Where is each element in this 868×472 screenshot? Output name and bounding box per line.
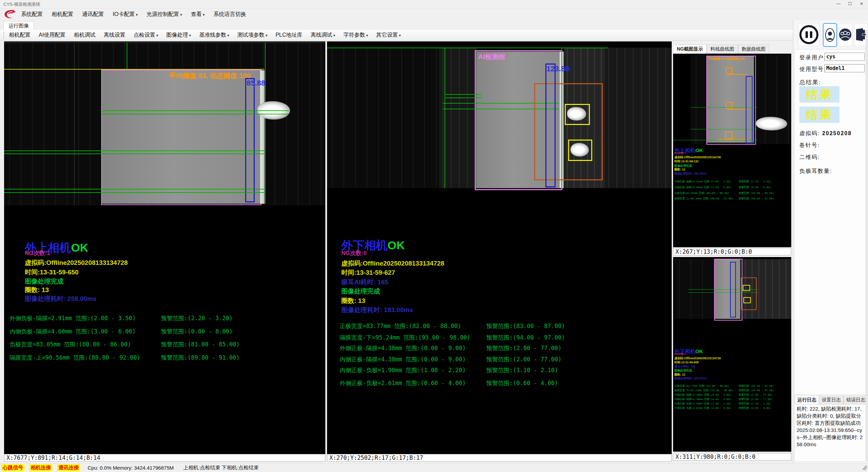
log-panel: 运行日志 设置日志 错误日志 耗时: 222, 缺陷检测耗时: 17, 缺陷分类… — [794, 395, 867, 462]
ai-region-box — [101, 70, 261, 205]
capture-time: 时间:13-31-59-627 — [341, 268, 395, 277]
measurement-row: 内侧正极-隔膜=4.38mm 范围:(0.00 - 9.00) — [340, 356, 466, 363]
image-dark-left — [327, 48, 442, 188]
title-bar: CYS-视觉检测系统 — ☐ ✕ — [0, 0, 868, 8]
tab-ng-screenshot[interactable]: NG截图显示 — [673, 44, 707, 54]
measurement-warn: 预警范围:(89.00 - 91.00) — [161, 354, 240, 362]
defect-yellow-box — [565, 104, 590, 125]
tool-ai-use-config[interactable]: AI使用配置 — [39, 32, 66, 39]
menu-language-switch[interactable]: 系统语言切换 — [214, 11, 246, 18]
tab-error-log[interactable]: 错误日志 — [844, 396, 868, 404]
close-button[interactable]: ✕ — [856, 0, 867, 7]
capture-time: 时间:13-31-59-650 — [25, 268, 78, 277]
qr-code-label: 二维码: — [799, 154, 820, 161]
virtual-code-label: 虚拟码: 20250208 — [799, 130, 852, 137]
menu-bar: 系统配置 相机配置 通讯配置 IO卡配置 光源控制配置 查看 系统语言切换 — [0, 8, 868, 20]
tool-offline-setting[interactable]: 离线设置 — [104, 32, 125, 39]
roi-orange-box — [534, 83, 603, 180]
result-info-panel: 登录用户: 使用型号: 总结果: 结果 结果 虚拟码: 20250208 卷针号… — [794, 49, 867, 415]
measurement-row: 内侧负极-隔膜=4.60mm 范围:(3.00 - 6.00) — [10, 328, 135, 335]
lower-coordinate-bar: X:270;Y:2502;R:17;G:17;B:17 — [327, 454, 672, 461]
result-badge-lower: 结果 — [799, 107, 839, 123]
toolbar: 相机配置 AI使用配置 相机调试 离线设置 点检设置 图像处理 基准线参数 测试… — [0, 30, 868, 41]
process-done: 图像处理完成 — [25, 277, 64, 286]
heartbeat-badge: 心跳信号 — [1, 464, 24, 471]
tool-spot-check-setting[interactable]: 点检设置 — [133, 32, 158, 39]
model-input[interactable] — [825, 64, 865, 72]
left-camera-viewport[interactable]: 平均阈值:93, 动态阈值:100 85.88 外上相机OK NG次数:1 虚拟… — [4, 41, 325, 454]
thumb2-coordinate-bar: X:311;Y:980;R:0;G:0;B:0 — [673, 453, 791, 460]
pause-button[interactable] — [798, 23, 820, 46]
tool-char-params[interactable]: 字符参数 — [343, 32, 368, 39]
tool-baseline-params[interactable]: 基准线参数 — [199, 32, 229, 39]
menu-view[interactable]: 查看 — [191, 11, 205, 18]
maximize-button[interactable]: ☐ — [844, 0, 856, 7]
texture-line — [74, 42, 75, 205]
log-text: 耗时: 222, 缺陷检测耗时: 17, 缺陷分类耗时: 0, 缺陷提取分区耗时… — [797, 405, 865, 448]
ng-count: NG次数:1 — [25, 249, 50, 257]
threshold-overlay-text: 平均阈值:93, 动态阈值:100 — [169, 71, 251, 80]
left-coordinate-bar: X:7677;Y:891;R:14;G:14;B:14 — [4, 454, 325, 461]
measurement-warn: 预警范围:(83.00 - 87.00) — [486, 322, 565, 330]
measurement-warn: 预警范围:(2.00 - 77.00) — [486, 344, 562, 352]
menu-system-config[interactable]: 系统配置 — [21, 11, 43, 18]
tab-line-curve[interactable]: 料线曲线图 — [707, 44, 738, 54]
view-tab-row: 运行图像 — [0, 20, 868, 30]
measure-line — [673, 140, 757, 140]
window-title: CYS-视觉检测系统 — [3, 1, 40, 7]
lower-camera-viewport[interactable]: AI检测框 123.80 外下相机OK NG次数:0 虚拟码:Offline20… — [327, 41, 672, 454]
measurement-row: 隔膜宽度-下=95.24mm 范围:(93.00 - 98.00) — [340, 334, 470, 342]
camera-result-ok: OK — [387, 239, 405, 252]
tab-data-curve[interactable]: 数据曲线图 — [738, 44, 769, 54]
tool-offline-debug[interactable]: 离线调试 — [311, 32, 336, 39]
tab-setting-log[interactable]: 设置日志 — [819, 396, 844, 404]
tool-image-processing[interactable]: 图像处理 — [166, 32, 191, 39]
measure-line — [446, 97, 482, 98]
minimize-button[interactable]: — — [833, 0, 844, 7]
bright-edge-strip — [260, 70, 265, 204]
ng-thumbnail-lower[interactable]: 外下相机OK NG次数:0 虚拟码:Offline202502081331347… — [673, 257, 791, 452]
tool-test-item-params[interactable]: 测试项参数 — [237, 32, 268, 39]
tool-camera-debug[interactable]: 相机调试 — [74, 32, 95, 39]
measure-line — [4, 189, 264, 189]
toolbar-grip[interactable] — [3, 32, 4, 39]
measure-line — [102, 110, 289, 111]
login-user-input[interactable] — [825, 53, 865, 61]
tab-run-image[interactable]: 运行图像 — [3, 21, 34, 30]
menu-comm-config[interactable]: 通讯配置 — [82, 11, 104, 18]
ai-region-box — [714, 259, 742, 321]
process-elapsed: 图像处理耗时: 183.00ms — [341, 306, 413, 314]
virtual-code: 虚拟码:Offline20250208133134728 — [341, 259, 444, 268]
tool-other-settings[interactable]: 其它设置 — [376, 32, 401, 39]
user-group-icon — [839, 28, 852, 41]
comm-connect-badge: 通讯连接 — [57, 464, 80, 471]
resize-grip[interactable] — [862, 465, 867, 470]
tool-plc-address-lib[interactable]: PLC地址库 — [275, 32, 302, 39]
measurement-warn: 预警范围:(0.00 - 8.00) — [161, 328, 233, 335]
user-button[interactable] — [823, 23, 837, 47]
menu-camera-config[interactable]: 相机配置 — [52, 11, 73, 18]
defect-marker-box — [726, 67, 733, 74]
user-group-button[interactable] — [838, 23, 852, 46]
loop-count: 圈数: 13 — [341, 296, 365, 305]
tab-run-log[interactable]: 运行日志 — [795, 396, 819, 404]
result-badge-upper: 结果 — [799, 86, 839, 103]
ng-thumbnail-upper[interactable]: 平均阈值:93, 动态阈值:100 外上相机OK NG次数:1 虚拟码:Offl… — [673, 54, 791, 247]
cpu-memory-text: Cpu: 0.0% Memory: 3424.41796875M — [88, 465, 174, 471]
process-done: 图像处理完成 — [341, 287, 380, 296]
status-bar: 心跳信号 相机连接 通讯连接 Cpu: 0.0% Memory: 3424.41… — [0, 463, 868, 472]
right-scrollbar[interactable] — [866, 30, 868, 461]
threshold-overlay-text: 平均阈值:93, 动态阈值:100 — [708, 57, 745, 61]
tool-camera-config[interactable]: 相机配置 — [9, 32, 31, 39]
camera-connect-badge: 相机连接 — [29, 464, 52, 471]
thumb-tab-bar: NG截图显示 料线曲线图 数据曲线图 — [673, 43, 795, 54]
tab-metal-blob — [567, 107, 586, 121]
measurement-row: 外侧正极-负极=2.61mm 范围:(0.60 - 4.00) — [340, 379, 466, 387]
measure-line — [4, 153, 264, 154]
menu-light-control-config[interactable]: 光源控制配置 — [146, 11, 182, 18]
virtual-code-value: 20250208 — [822, 130, 852, 136]
virtual-code: 虚拟码:Offline20250208133134728 — [25, 258, 128, 267]
measure-blue-box — [730, 262, 736, 317]
measure-value-overlay: 123.80 — [546, 65, 569, 73]
menu-io-card-config[interactable]: IO卡配置 — [113, 11, 138, 18]
